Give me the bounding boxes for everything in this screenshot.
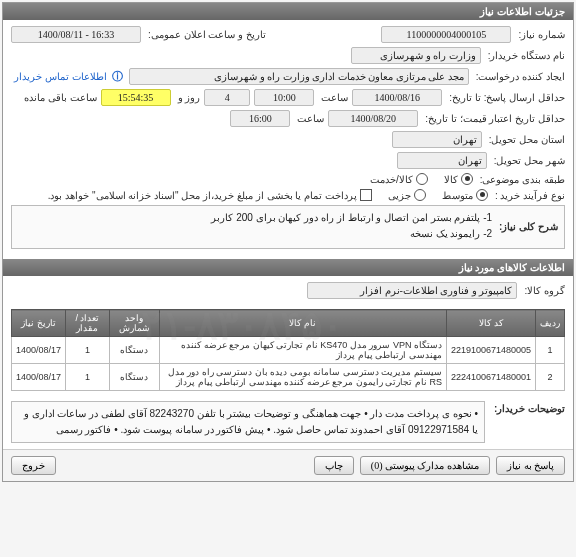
buyer-note-box: توضیحات خریدار: • نحوه ی پرداخت مدت دار … (3, 395, 573, 449)
cell-date: 1400/08/17 (12, 364, 66, 391)
time-label-2: ساعت (297, 113, 324, 124)
remaining-time: 15:54:35 (101, 89, 171, 106)
goods-table: ردیف کد کالا نام کالا واحد شمارش تعداد /… (11, 309, 565, 391)
page-title-bar: جزئیات اطلاعات نیاز (3, 3, 573, 20)
radio-icon (414, 189, 426, 201)
col-date: تاریخ نیاز (12, 310, 66, 337)
class-service-radio[interactable]: کالا/خدمت (370, 173, 428, 185)
cell-row: 1 (536, 337, 565, 364)
need-summary-line1: 1- پلتفرم بستر امن اتصال و ارتباط از راه… (18, 210, 492, 226)
col-qty: تعداد / مقدار (66, 310, 110, 337)
class-service-text: کالا/خدمت (370, 174, 413, 185)
main-form: شماره نیاز: 1100000004000105 تاریخ و ساع… (3, 20, 573, 259)
table-row: 2 2224100671480001 سیستم مدیریت دسترسی س… (12, 364, 565, 391)
cell-unit: دستگاه (109, 364, 159, 391)
buy-type-small-text: جزیی (388, 190, 411, 201)
need-details-page: جزئیات اطلاعات نیاز شماره نیاز: 11000000… (2, 2, 574, 482)
col-name: نام کالا (159, 310, 446, 337)
radio-icon (416, 173, 428, 185)
radio-icon (461, 173, 473, 185)
buyer-contact-link[interactable]: اطلاعات تماس خریدار (14, 71, 107, 82)
validity-date: 1400/08/20 (328, 110, 418, 127)
class-goods-radio[interactable]: کالا (444, 173, 473, 185)
reply-deadline-label: حداقل ارسال پاسخ: تا تاریخ: (449, 92, 565, 103)
checkbox-icon (360, 189, 372, 201)
days-and-label: روز و (178, 92, 201, 103)
print-button[interactable]: چاپ (314, 456, 354, 475)
goods-section-header: اطلاعات کالاهای مورد نیاز (3, 259, 573, 276)
col-unit: واحد شمارش (109, 310, 159, 337)
validity-time: 16:00 (230, 110, 290, 127)
close-button[interactable]: خروج (11, 456, 56, 475)
remaining-suffix: ساعت باقی مانده (24, 92, 97, 103)
cell-code: 2219100671480005 (446, 337, 535, 364)
treasury-check[interactable]: پرداخت تمام یا بخشی از مبلغ خرید،از محل … (48, 189, 372, 201)
province-value: تهران (392, 131, 482, 148)
reply-button[interactable]: پاسخ به نیاز (496, 456, 565, 475)
group-value: کامپیوتر و فناوری اطلاعات-نرم افزار (307, 282, 517, 299)
buyer-note-label: توضیحات خریدار: (494, 401, 565, 414)
radio-icon (476, 189, 488, 201)
table-row: 1 2219100671480005 دستگاه VPN سرور مدل K… (12, 337, 565, 364)
time-label-1: ساعت (321, 92, 348, 103)
announce-dt-value: 1400/08/11 - 16:33 (11, 26, 141, 43)
city-value: تهران (397, 152, 487, 169)
province-label: استان محل تحویل: (489, 134, 565, 145)
buy-type-mid-text: متوسط (442, 190, 473, 201)
need-summary-label: شرح کلی نیاز: (499, 221, 558, 232)
cell-row: 2 (536, 364, 565, 391)
treasury-note: پرداخت تمام یا بخشی از مبلغ خرید،از محل … (48, 190, 357, 201)
cell-qty: 1 (66, 337, 110, 364)
attachments-button[interactable]: مشاهده مدارک پیوستی (0) (360, 456, 490, 475)
announce-dt-label: تاریخ و ساعت اعلان عمومی: (148, 29, 266, 40)
goods-section-title: اطلاعات کالاهای مورد نیاز (459, 262, 565, 273)
reply-time: 10:00 (254, 89, 314, 106)
days-count: 4 (204, 89, 250, 106)
cell-date: 1400/08/17 (12, 337, 66, 364)
need-no-value: 1100000004000105 (381, 26, 511, 43)
buyer-org-label: نام دستگاه خریدار: (488, 50, 565, 61)
need-no-label: شماره نیاز: (518, 29, 565, 40)
cell-code: 2224100671480001 (446, 364, 535, 391)
buy-type-small-radio[interactable]: جزیی (388, 189, 426, 201)
cell-unit: دستگاه (109, 337, 159, 364)
buy-type-label: نوع فرآیند خرید : (495, 190, 565, 201)
buyer-note-text: • نحوه ی پرداخت مدت دار • جهت هماهنگی و … (11, 401, 485, 443)
city-label: شهر محل تحویل: (494, 155, 565, 166)
validity-label: حداقل تاریخ اعتبار قیمت؛ تا تاریخ: (425, 113, 565, 124)
cell-name: دستگاه VPN سرور مدل KS470 نام تجارتی کیه… (159, 337, 446, 364)
buyer-org-value: وزارت راه و شهرسازی (351, 47, 481, 64)
need-summary-line2: 2- رایموند یک نسخه (18, 226, 492, 242)
page-title: جزئیات اطلاعات نیاز (480, 6, 565, 17)
buy-type-mid-radio[interactable]: متوسط (442, 189, 488, 201)
cell-name: سیستم مدیریت دسترسی سامانه بومی دیده بان… (159, 364, 446, 391)
class-label: طبقه بندی موضوعی: (480, 174, 565, 185)
col-row: ردیف (536, 310, 565, 337)
need-summary-box: شرح کلی نیاز: 1- پلتفرم بستر امن اتصال و… (11, 205, 565, 249)
cell-qty: 1 (66, 364, 110, 391)
info-icon[interactable]: ⓘ (111, 70, 125, 84)
group-label: گروه کالا: (524, 285, 565, 296)
creator-value: مجد علی مرتازی معاون خدمات اداری وزارت ر… (129, 68, 469, 85)
class-goods-text: کالا (444, 174, 458, 185)
footer-bar: پاسخ به نیاز مشاهده مدارک پیوستی (0) چاپ… (3, 449, 573, 481)
goods-table-wrap: ردیف کد کالا نام کالا واحد شمارش تعداد /… (3, 305, 573, 395)
creator-label: ایجاد کننده درخواست: (476, 71, 565, 82)
reply-date: 1400/08/16 (352, 89, 442, 106)
col-code: کد کالا (446, 310, 535, 337)
